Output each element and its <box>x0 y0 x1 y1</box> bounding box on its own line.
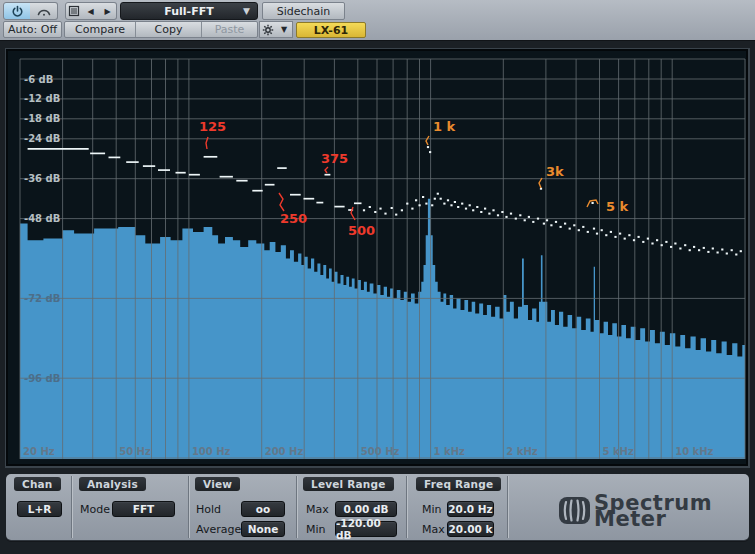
annotation-label: 500 <box>348 223 375 238</box>
analysis-mode-button[interactable]: FFT <box>112 501 175 517</box>
peak-hold-dot <box>501 211 503 213</box>
settings-button[interactable] <box>259 21 277 38</box>
peak-hold-dot <box>374 211 376 213</box>
channel-mode-button[interactable]: L+R <box>17 501 62 517</box>
peak-hold-dot <box>560 226 562 228</box>
section-title-freq-range: Freq Range <box>416 477 501 491</box>
power-button[interactable] <box>3 2 31 20</box>
divider <box>71 476 72 538</box>
toolbar: ◀ ▶ Full-FFT ▼ Sidechain Auto: Off Compa… <box>0 0 755 41</box>
average-label: Average <box>196 521 241 537</box>
control-panel: Chan L+R Analysis Mode FFT View Hold oo … <box>6 474 749 540</box>
annotation-label: 250 <box>280 211 307 226</box>
peak-hold-dot <box>454 201 456 203</box>
hold-value-button[interactable]: oo <box>241 501 285 517</box>
presonus-logo <box>558 496 591 525</box>
chevron-right-icon: ▶ <box>104 7 110 16</box>
peak-hold-dot <box>717 252 719 254</box>
peak-hold-dot <box>601 229 603 231</box>
compare-copy-paste-group: Compare Copy Paste <box>64 21 258 38</box>
peak-hold-dot <box>564 223 566 225</box>
peak-hold-dot <box>465 208 467 210</box>
divider <box>296 476 297 538</box>
level-max-field[interactable]: 0.00 dB <box>335 501 397 517</box>
peak-hold-dot <box>592 202 594 204</box>
preset-name: Full-FFT <box>164 5 213 18</box>
compare-button[interactable]: Compare <box>65 22 136 37</box>
db-axis-label: -48 dB <box>24 213 60 224</box>
peak-hold-dot <box>651 243 653 245</box>
peak-hold-dot <box>437 193 439 195</box>
sidechain-button[interactable]: Sidechain <box>262 2 345 20</box>
peak-hold-dot <box>411 208 413 210</box>
divider <box>406 476 407 538</box>
section-title-analysis: Analysis <box>79 477 146 491</box>
preset-selector[interactable]: Full-FFT ▼ <box>120 2 258 20</box>
peak-hold-dot <box>593 228 595 230</box>
peak-hold-dot <box>419 204 421 206</box>
peak-hold-dot <box>528 216 530 218</box>
peak-hold-dot <box>401 209 403 211</box>
copy-button[interactable]: Copy <box>136 22 202 37</box>
db-axis-label: -72 dB <box>24 293 60 304</box>
peak-hold-dot <box>633 239 635 241</box>
peak-hold-dot <box>488 213 490 215</box>
level-min-label: Min <box>306 521 326 537</box>
peak-hold-dot <box>484 208 486 210</box>
peak-hold-dot <box>524 219 526 221</box>
freq-axis-label: 20 Hz <box>23 446 55 457</box>
peak-hold-dot <box>406 203 408 205</box>
peak-hold-dot <box>447 199 449 201</box>
db-axis-label: -18 dB <box>24 113 60 124</box>
paste-button[interactable]: Paste <box>202 22 257 37</box>
peak-hold-dot <box>578 229 580 231</box>
peak-hold-dot <box>429 151 431 153</box>
peak-hold-dot <box>674 243 676 245</box>
level-min-field[interactable]: -120.00 dB <box>335 521 397 537</box>
average-value-button[interactable]: None <box>241 521 285 537</box>
peak-hold-dot <box>510 213 512 215</box>
settings-dropdown-button[interactable]: ▼ <box>276 21 293 38</box>
chevron-down-icon: ▼ <box>281 25 287 34</box>
peak-hold-dot <box>480 211 482 213</box>
device-badge[interactable]: LX-61 <box>296 22 366 38</box>
spectrum-meter-window: ◀ ▶ Full-FFT ▼ Sidechain Auto: Off Compa… <box>0 0 755 554</box>
peak-hold-dot <box>391 207 393 209</box>
mode-label: Mode <box>80 501 110 517</box>
peak-hold-dot <box>461 203 463 205</box>
peak-hold-dot <box>472 209 474 211</box>
peak-hold-dot <box>422 196 424 198</box>
peak-hold-dot <box>670 246 672 248</box>
preset-list-button[interactable] <box>65 2 83 20</box>
peak-hold-dot <box>425 203 427 205</box>
soft-bypass-button[interactable] <box>30 2 58 20</box>
peak-hold-dot <box>610 231 612 233</box>
peak-hold-dot <box>569 228 571 230</box>
freq-min-label: Min <box>422 501 442 517</box>
freq-axis-label: 500 Hz <box>361 446 400 457</box>
chevron-down-icon: ▼ <box>243 6 250 16</box>
db-axis-label: -6 dB <box>24 74 53 85</box>
previous-preset-button[interactable]: ◀ <box>82 2 100 20</box>
freq-max-field[interactable]: 20.00 k <box>447 521 494 537</box>
peak-hold-dot <box>546 219 548 221</box>
peak-hold-dot <box>537 218 539 220</box>
peak-hold-dot <box>379 208 381 210</box>
peak-hold-dot <box>726 253 728 255</box>
peak-hold-dot <box>469 204 471 206</box>
auto-button[interactable]: Auto: Off <box>3 21 62 38</box>
freq-min-field[interactable]: 20.0 Hz <box>447 501 494 517</box>
power-icon <box>11 5 24 18</box>
divider <box>507 476 508 538</box>
peak-hold-dot <box>440 198 442 200</box>
section-title-view: View <box>195 477 240 491</box>
freq-max-label: Max <box>422 521 445 537</box>
peak-hold-dot <box>427 146 429 148</box>
peak-hold-dot <box>619 233 621 235</box>
next-preset-button[interactable]: ▶ <box>99 2 117 20</box>
annotation-label: 5 k <box>606 199 629 214</box>
peak-hold-dot <box>614 236 616 238</box>
peak-hold-dot <box>450 204 452 206</box>
peak-hold-dot <box>628 234 630 236</box>
peak-hold-dot <box>582 226 584 228</box>
